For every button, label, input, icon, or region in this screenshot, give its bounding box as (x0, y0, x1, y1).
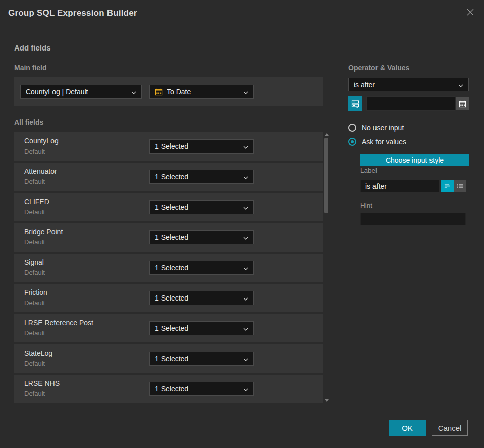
main-field-panel: CountyLog | Default To Date (14, 77, 323, 106)
close-icon (466, 8, 475, 19)
ok-button[interactable]: OK (389, 420, 426, 436)
chevron-down-icon (243, 264, 248, 272)
field-selected-label: 1 Selected (155, 233, 239, 241)
close-button[interactable] (465, 8, 476, 19)
cancel-button[interactable]: Cancel (432, 420, 468, 436)
stacked-values-icon (351, 99, 359, 108)
field-selected-label: 1 Selected (155, 324, 239, 332)
operator-select[interactable]: is after (348, 78, 469, 91)
text-input-style-toggle[interactable] (441, 180, 454, 192)
field-name: CountyLog (24, 137, 59, 145)
chevron-down-icon (243, 294, 248, 302)
field-name: Attenuator (24, 167, 57, 175)
field-name: Signal (24, 258, 44, 266)
field-selected-select[interactable]: 1 Selected (149, 321, 254, 335)
field-selected-select[interactable]: 1 Selected (149, 139, 254, 154)
main-field-select-value: CountyLog | Default (26, 88, 127, 96)
field-selected-select[interactable]: 1 Selected (149, 352, 254, 366)
field-name: LRSE Reference Post (24, 319, 93, 327)
field-selected-select[interactable]: 1 Selected (149, 230, 254, 244)
field-subtitle: Default (24, 238, 45, 246)
field-subtitle: Default (24, 299, 45, 307)
group-sql-expression-builder-dialog: Group SQL Expression Builder Add fields … (0, 0, 484, 448)
hint-input[interactable] (360, 213, 466, 225)
main-field-date-select[interactable]: To Date (149, 85, 254, 99)
chevron-down-icon (243, 233, 248, 241)
radio-ask-for-values-label: Ask for values (362, 138, 406, 146)
label-input[interactable] (360, 180, 439, 192)
field-selected-select[interactable]: 1 Selected (149, 382, 254, 396)
field-row: Signal Default 1 Selected (14, 254, 323, 282)
field-row: CLIFED Default 1 Selected (14, 193, 323, 221)
field-selected-label: 1 Selected (155, 264, 239, 272)
field-subtitle: Default (24, 390, 45, 397)
hint-heading: Hint (360, 202, 372, 209)
field-selected-select[interactable]: 1 Selected (149, 170, 254, 184)
field-row: Bridge Point Default 1 Selected (14, 223, 323, 252)
calendar-icon (155, 88, 163, 96)
set-value-list-button[interactable] (348, 96, 362, 111)
operator-values-heading: Operator & Values (348, 64, 409, 72)
field-subtitle: Default (24, 147, 45, 155)
panel-divider (336, 62, 336, 404)
radio-no-user-input[interactable]: No user input (348, 124, 404, 132)
scrollbar-up-arrow-icon[interactable] (325, 133, 329, 136)
value-input[interactable] (366, 96, 455, 111)
field-subtitle: Default (24, 208, 45, 216)
field-list: CountyLog Default 1 Selected Attenuator … (14, 132, 323, 405)
field-selected-label: 1 Selected (155, 385, 239, 393)
field-subtitle: Default (24, 178, 45, 185)
list-input-style-toggle[interactable] (454, 180, 466, 192)
choose-input-style-button[interactable]: Choose input style (360, 154, 469, 166)
all-fields-heading: All fields (14, 118, 43, 126)
field-selected-select[interactable]: 1 Selected (149, 261, 254, 275)
main-field-heading: Main field (14, 64, 47, 72)
field-row: LRSE Reference Post Default 1 Selected (14, 314, 323, 342)
calendar-icon (459, 100, 466, 108)
radio-circle-checked-icon (348, 138, 356, 146)
scrollbar-thumb[interactable] (324, 138, 328, 213)
radio-ask-for-values[interactable]: Ask for values (348, 138, 406, 146)
field-selected-label: 1 Selected (155, 173, 239, 181)
add-fields-heading: Add fields (14, 43, 51, 52)
date-picker-button[interactable] (456, 97, 469, 110)
radio-no-user-input-label: No user input (362, 124, 404, 132)
chevron-down-icon (243, 173, 248, 181)
field-selected-select[interactable]: 1 Selected (149, 291, 254, 305)
dialog-titlebar: Group SQL Expression Builder (0, 0, 484, 26)
field-selected-label: 1 Selected (155, 355, 239, 363)
field-name: Friction (24, 288, 47, 296)
align-left-icon (444, 182, 451, 190)
chevron-down-icon (458, 81, 463, 89)
field-row: Friction Default 1 Selected (14, 284, 323, 312)
chevron-down-icon (243, 324, 248, 332)
field-name: LRSE NHS (24, 379, 60, 387)
field-row: LRSE NHS Default 1 Selected (14, 375, 323, 403)
field-name: StateLog (24, 349, 52, 357)
main-field-select[interactable]: CountyLog | Default (20, 85, 142, 99)
field-name: CLIFED (24, 197, 49, 206)
list-scrollbar[interactable] (324, 132, 329, 403)
list-icon (456, 182, 464, 190)
scrollbar-down-arrow-icon[interactable] (325, 399, 329, 402)
operator-select-value: is after (354, 81, 454, 89)
label-heading: Label (360, 167, 377, 174)
field-name: Bridge Point (24, 228, 63, 236)
field-row: Attenuator Default 1 Selected (14, 163, 323, 191)
chevron-down-icon (131, 88, 136, 96)
dialog-title: Group SQL Expression Builder (8, 8, 137, 18)
field-row: CountyLog Default 1 Selected (14, 132, 323, 161)
main-field-date-select-value: To Date (167, 88, 239, 96)
field-subtitle: Default (24, 360, 45, 367)
field-subtitle: Default (24, 269, 45, 276)
chevron-down-icon (243, 385, 248, 393)
field-selected-select[interactable]: 1 Selected (149, 200, 254, 214)
field-selected-label: 1 Selected (155, 203, 239, 211)
field-subtitle: Default (24, 329, 45, 337)
field-selected-label: 1 Selected (155, 142, 239, 151)
field-selected-label: 1 Selected (155, 294, 239, 302)
chevron-down-icon (243, 355, 248, 363)
chevron-down-icon (243, 88, 248, 96)
chevron-down-icon (243, 203, 248, 211)
radio-circle-icon (348, 124, 356, 132)
